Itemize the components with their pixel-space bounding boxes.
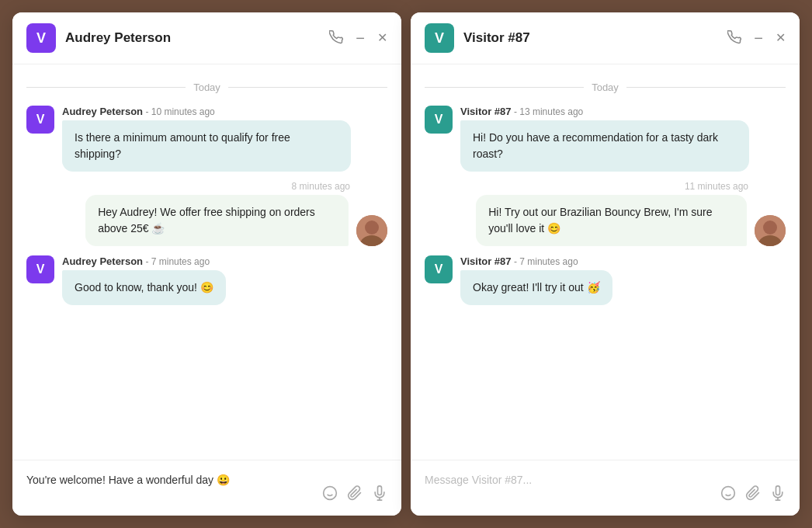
chat-input-visitor87: [411, 460, 800, 516]
v87-message-meta-1: Visitor #87 - 13 minutes ago: [460, 106, 749, 117]
bubble-1: Is there a minimum amount to qualify for…: [62, 120, 351, 172]
date-divider-visitor87: Today: [425, 82, 786, 93]
sender-name-1: Audrey Peterson: [62, 106, 143, 117]
v87-bubble-1: Hi! Do you have a recommendation for a t…: [460, 120, 749, 172]
header-name-audrey: Audrey Peterson: [65, 30, 329, 46]
v87-agent-message-row-2: 11 minutes ago Hi! Try out our Brazilian…: [425, 181, 786, 246]
svg-point-1: [365, 221, 379, 234]
mic-icon-audrey[interactable]: [372, 485, 387, 505]
phone-icon[interactable]: [329, 30, 343, 47]
v87-message-row-1: V Visitor #87 - 13 minutes ago Hi! Do yo…: [425, 106, 786, 172]
mic-icon-v87[interactable]: [770, 485, 786, 505]
agent-time-2: 8 minutes ago: [292, 181, 350, 192]
minimize-icon[interactable]: −: [356, 30, 365, 46]
header-name-visitor87: Visitor #87: [463, 30, 727, 46]
svg-point-9: [763, 221, 777, 234]
input-icons-audrey: [322, 485, 387, 505]
message-row-3: V Audrey Peterson - 7 minutes ago Good t…: [26, 255, 387, 305]
v87-message-content-3: Visitor #87 - 7 minutes ago Okay great! …: [460, 255, 612, 305]
message-row-1: V Audrey Peterson - 10 minutes ago Is th…: [26, 106, 387, 172]
chat-header-visitor87: V Visitor #87 − ✕: [411, 12, 800, 64]
date-label-visitor87: Today: [592, 82, 619, 93]
v87-message-content-1: Visitor #87 - 13 minutes ago Hi! Do you …: [460, 106, 749, 172]
message-meta-1: Audrey Peterson - 10 minutes ago: [62, 106, 351, 117]
chat-input-audrey: You're welcome! Have a wonderful day 😀: [12, 460, 401, 516]
v87-message-time-1: - 13 minutes ago: [514, 106, 583, 117]
message-meta-3: Audrey Peterson - 7 minutes ago: [62, 255, 226, 267]
avatar-audrey: V: [26, 23, 56, 53]
message-content-1: Audrey Peterson - 10 minutes ago Is ther…: [62, 106, 351, 172]
chat-window-visitor87: V Visitor #87 − ✕ Today V Visitor #87 - …: [411, 12, 800, 516]
message-input-audrey[interactable]: You're welcome! Have a wonderful day 😀: [26, 472, 313, 505]
minimize-icon-v87[interactable]: −: [754, 30, 763, 46]
avatar-visitor87: V: [425, 23, 454, 53]
avatar-msg3: V: [26, 255, 54, 283]
message-content-3: Audrey Peterson - 7 minutes ago Good to …: [62, 255, 226, 305]
v87-sender-name-1: Visitor #87: [460, 106, 512, 117]
date-divider-audrey: Today: [26, 82, 387, 93]
chat-body-visitor87: Today V Visitor #87 - 13 minutes ago Hi!…: [411, 64, 800, 460]
v87-avatar-msg1: V: [425, 106, 453, 134]
bubble-3: Good to know, thank you! 😊: [62, 270, 226, 305]
chat-body-audrey: Today V Audrey Peterson - 10 minutes ago…: [12, 64, 401, 460]
header-icons-visitor87: − ✕: [727, 30, 786, 47]
v87-sender-name-3: Visitor #87: [460, 255, 512, 267]
close-icon-v87[interactable]: ✕: [776, 32, 786, 44]
svg-point-3: [324, 487, 337, 500]
attach-icon-v87[interactable]: [745, 485, 761, 505]
phone-icon-v87[interactable]: [727, 30, 741, 47]
divider-line-right-v87: [626, 87, 786, 88]
chat-header-audrey: V Audrey Peterson − ✕: [12, 12, 401, 64]
agent-bubble-row-2: Hey Audrey! We offer free shipping on or…: [36, 195, 387, 246]
bubble-2: Hey Audrey! We offer free shipping on or…: [85, 195, 349, 246]
v87-bubble-2: Hi! Try out our Brazilian Bouncy Brew, I…: [476, 195, 747, 246]
svg-point-11: [722, 487, 735, 500]
input-icons-visitor87: [720, 485, 786, 505]
v87-message-time-3: - 7 minutes ago: [514, 256, 578, 267]
divider-line-left: [26, 87, 186, 88]
v87-agent-bubble-row-2: Hi! Try out our Brazilian Bouncy Brew, I…: [425, 195, 786, 246]
header-icons-audrey: − ✕: [329, 30, 387, 47]
v87-message-row-3: V Visitor #87 - 7 minutes ago Okay great…: [425, 255, 786, 305]
message-time-3: - 7 minutes ago: [145, 256, 210, 267]
v87-agent-time-2: 11 minutes ago: [685, 181, 748, 192]
close-icon[interactable]: ✕: [377, 32, 387, 44]
chat-window-audrey: V Audrey Peterson − ✕ Today V Audrey Pet…: [12, 12, 401, 516]
avatar-msg1: V: [26, 106, 54, 134]
date-label-audrey: Today: [193, 82, 220, 93]
attach-icon-audrey[interactable]: [347, 485, 363, 505]
emoji-icon-audrey[interactable]: [322, 485, 338, 505]
message-input-visitor87[interactable]: [425, 472, 711, 505]
v87-agent-avatar-2: [755, 215, 786, 246]
divider-line-right: [228, 87, 387, 88]
v87-bubble-3: Okay great! I'll try it out 🥳: [460, 270, 612, 305]
v87-avatar-msg3: V: [425, 255, 453, 283]
v87-message-meta-3: Visitor #87 - 7 minutes ago: [460, 255, 612, 267]
sender-name-3: Audrey Peterson: [62, 255, 143, 267]
divider-line-left-v87: [425, 87, 584, 88]
agent-avatar-2: [356, 215, 387, 246]
emoji-icon-v87[interactable]: [720, 485, 736, 505]
message-time-1: - 10 minutes ago: [145, 106, 214, 117]
agent-message-row-2: 8 minutes ago Hey Audrey! We offer free …: [26, 181, 387, 246]
